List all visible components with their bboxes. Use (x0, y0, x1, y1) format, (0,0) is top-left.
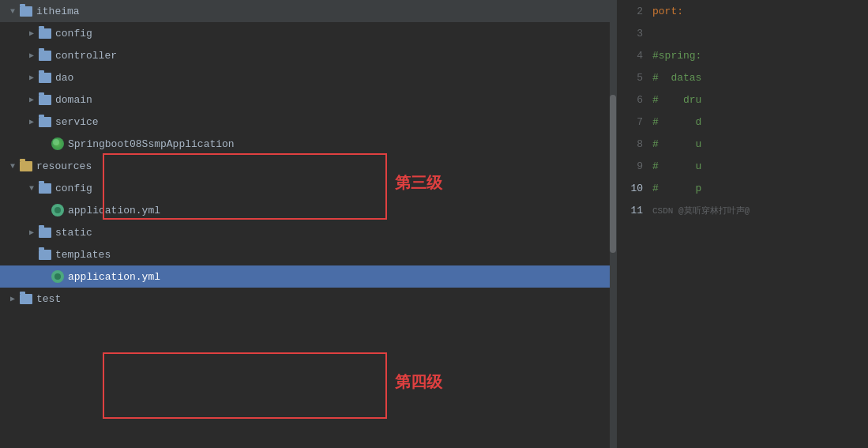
code-content: # p (652, 183, 701, 194)
code-line-3: 3 (617, 22, 868, 44)
line-number: 2 (617, 6, 652, 17)
tree-item-springapp[interactable]: Springboot08SsmpApplication (0, 133, 616, 155)
tree-label: resources (36, 160, 92, 172)
tree-item-application-yml-config[interactable]: application.yml (0, 199, 616, 221)
expand-arrow: ▼ (25, 182, 38, 194)
code-line-8: 8 # u (617, 133, 868, 155)
tree-label: service (55, 116, 99, 128)
tree-item-domain[interactable]: ▶ domain (0, 88, 616, 111)
expand-arrow: ▼ (6, 160, 19, 172)
tree-item-service[interactable]: ▶ service (0, 111, 616, 133)
expand-arrow: ▶ (6, 292, 19, 305)
code-content: # dru (652, 94, 701, 106)
folder-icon (38, 92, 52, 107)
code-content: # u (652, 160, 701, 172)
line-number: 6 (617, 94, 652, 106)
fourth-level-box (103, 352, 387, 419)
line-number: 10 (617, 183, 652, 194)
expand-arrow: ▶ (25, 93, 38, 106)
code-line-9: 9 # u (617, 155, 868, 177)
line-number: 8 (617, 138, 652, 150)
expand-arrow: ▶ (25, 49, 38, 62)
code-content: # datas (652, 72, 701, 84)
line-number: 5 (617, 72, 652, 84)
tree-label: application.yml (68, 205, 160, 216)
tree-label: Springboot08SsmpApplication (68, 138, 235, 150)
code-content: # d (652, 116, 701, 128)
code-lines: 2 port: 3 4 #spring: 5 # datas 6 # dru 7… (617, 0, 868, 221)
code-editor-panel: 2 port: 3 4 #spring: 5 # datas 6 # dru 7… (616, 0, 868, 448)
folder-icon (38, 181, 52, 195)
folder-icon (38, 115, 52, 129)
tree-item-test[interactable]: ▶ test (0, 288, 616, 310)
expand-arrow: ▶ (25, 27, 38, 40)
code-line-11: 11 CSDN @莫听穿林打叶声@ (617, 199, 868, 221)
folder-icon (38, 26, 52, 40)
line-number: 9 (617, 160, 652, 172)
tree-item-config[interactable]: ▶ config (0, 22, 616, 44)
folder-icon (19, 292, 33, 306)
line-number: 11 (617, 205, 652, 216)
file-tree-panel: ▼ itheima ▶ config ▶ controller ▶ dao ▶ … (0, 0, 616, 448)
expand-arrow: ▶ (25, 115, 38, 128)
code-content: # u (652, 138, 701, 150)
code-line-4: 4 #spring: (617, 44, 868, 66)
folder-icon (38, 247, 52, 262)
code-line-7: 7 # d (617, 111, 868, 133)
tree-label: config (55, 183, 92, 194)
yml-icon (51, 203, 65, 217)
line-number: 4 (617, 50, 652, 62)
code-content: port: (652, 6, 683, 17)
code-line-6: 6 # dru (617, 88, 868, 111)
scrollbar-thumb[interactable] (610, 95, 616, 253)
tree-item-resources[interactable]: ▼ resources (0, 155, 616, 177)
code-line-10: 10 # p (617, 177, 868, 199)
tree-label: controller (55, 50, 117, 62)
scrollbar-track (610, 0, 616, 448)
yml-icon (51, 269, 65, 284)
line-number: 3 (617, 28, 652, 40)
fourth-level-label: 第四级 (395, 371, 442, 393)
tree-label: config (55, 28, 92, 40)
folder-icon (38, 70, 52, 85)
tree-item-static[interactable]: ▶ static (0, 221, 616, 243)
tree-item-itheima[interactable]: ▼ itheima (0, 0, 616, 22)
folder-icon (38, 225, 52, 239)
tree-item-controller[interactable]: ▶ controller (0, 44, 616, 66)
tree-label: static (55, 227, 92, 239)
expand-arrow: ▶ (25, 71, 38, 84)
tree-item-application-yml[interactable]: application.yml (0, 265, 616, 288)
expand-arrow: ▼ (6, 5, 19, 17)
code-content: #spring: (652, 50, 701, 62)
tree-label: templates (55, 249, 111, 261)
tree-item-dao[interactable]: ▶ dao (0, 66, 616, 88)
folder-icon (19, 4, 33, 18)
tree-label: test (36, 293, 61, 305)
code-content: CSDN @莫听穿林打叶声@ (652, 205, 750, 216)
spring-icon (51, 137, 65, 151)
tree-item-config2[interactable]: ▼ config (0, 177, 616, 199)
tree-item-templates[interactable]: ▶ templates (0, 243, 616, 265)
code-line-2: 2 port: (617, 0, 868, 22)
tree-label: domain (55, 94, 92, 106)
tree-label: application.yml (68, 271, 160, 283)
folder-icon (38, 48, 52, 62)
folder-icon-orange (19, 159, 33, 173)
code-line-5: 5 # datas (617, 66, 868, 88)
expand-arrow: ▶ (25, 226, 38, 239)
line-number: 7 (617, 116, 652, 128)
tree-label: itheima (36, 6, 80, 17)
tree-label: dao (55, 72, 73, 84)
